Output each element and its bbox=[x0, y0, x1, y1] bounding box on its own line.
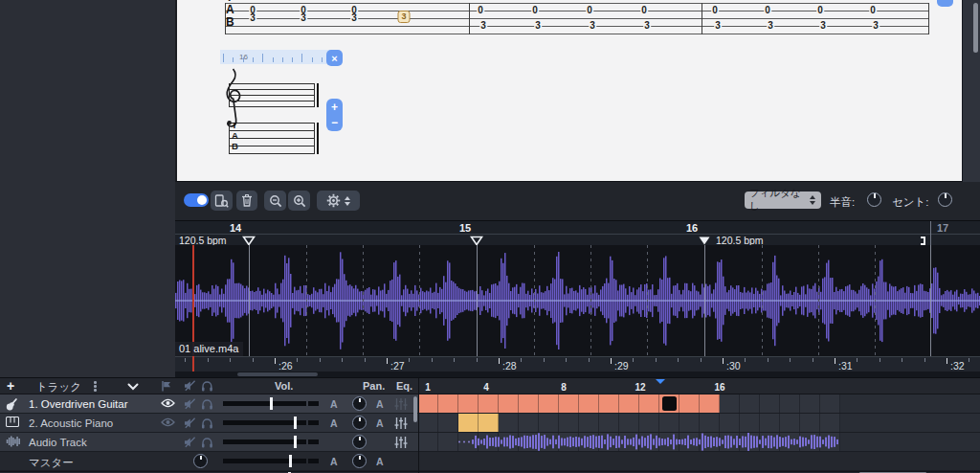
audio-enable-toggle[interactable] bbox=[184, 193, 209, 207]
clip-grid[interactable] bbox=[418, 394, 840, 413]
grid-cell[interactable] bbox=[479, 394, 499, 413]
grid-cell[interactable] bbox=[559, 394, 579, 413]
tab-note[interactable]: 3 bbox=[643, 21, 651, 31]
pan-knob[interactable] bbox=[352, 435, 367, 449]
grid-cell[interactable] bbox=[458, 394, 479, 413]
tab-note[interactable]: 3 bbox=[819, 21, 827, 31]
chevron-down-icon[interactable] bbox=[127, 383, 139, 391]
grid-cell[interactable] bbox=[740, 394, 760, 413]
grid-cell[interactable] bbox=[519, 414, 539, 432]
marker-flag-icon[interactable] bbox=[161, 380, 172, 392]
pan-knob[interactable] bbox=[352, 454, 367, 468]
tab-note[interactable]: 3 bbox=[714, 21, 722, 31]
eq-icon[interactable] bbox=[394, 398, 408, 410]
tab-note[interactable]: 3 bbox=[479, 21, 487, 31]
grid-cell[interactable] bbox=[479, 414, 499, 432]
automation-label[interactable]: A bbox=[330, 398, 338, 410]
tab-note[interactable]: 3 bbox=[249, 13, 256, 23]
clip-grid[interactable] bbox=[418, 433, 840, 451]
measure-ruler[interactable]: 120.5 bpm 141516120.5 bpm17 bbox=[175, 220, 980, 246]
settings-button[interactable] bbox=[317, 191, 360, 211]
plus-button[interactable]: + bbox=[331, 100, 338, 115]
partial-blue-button[interactable] bbox=[937, 0, 953, 7]
volume-handle[interactable] bbox=[294, 436, 297, 448]
grid-cell[interactable] bbox=[579, 414, 599, 432]
grid-cell[interactable] bbox=[659, 414, 679, 432]
automation-label[interactable]: A bbox=[330, 417, 338, 429]
delete-button[interactable] bbox=[236, 191, 257, 211]
headphones-icon[interactable] bbox=[201, 398, 213, 410]
tab-note[interactable]: 0 bbox=[477, 6, 484, 15]
mute-icon[interactable] bbox=[184, 437, 196, 448]
tab-note[interactable]: 0 bbox=[764, 6, 771, 15]
grid-cell[interactable] bbox=[800, 414, 820, 432]
tab-note[interactable]: 0 bbox=[531, 6, 539, 15]
grid-cell[interactable] bbox=[619, 414, 639, 432]
score-preview-button[interactable] bbox=[211, 191, 233, 211]
tracks-scrollbar-thumb[interactable] bbox=[413, 396, 417, 422]
visibility-eye-icon[interactable] bbox=[161, 398, 175, 408]
loop-end-marker-icon[interactable] bbox=[921, 236, 925, 245]
grid-cell[interactable] bbox=[720, 394, 740, 413]
volume-slider[interactable] bbox=[223, 401, 306, 406]
automation-label[interactable]: A bbox=[376, 417, 384, 429]
volume-handle[interactable] bbox=[270, 397, 273, 410]
mini-score-ruler[interactable]: 16 bbox=[220, 50, 339, 64]
visibility-eye-icon[interactable] bbox=[161, 417, 175, 427]
grid-playhead-icon[interactable] bbox=[656, 379, 665, 384]
grid-cell[interactable] bbox=[639, 414, 659, 432]
grid-cell[interactable] bbox=[619, 394, 639, 413]
notation-sheet[interactable]: TAB03030303030303030303033 16 × TAB + − bbox=[175, 0, 964, 182]
waveform[interactable] bbox=[175, 245, 980, 356]
chevron-up-icon[interactable] bbox=[146, 383, 155, 390]
tab-note[interactable]: 3 bbox=[300, 13, 307, 23]
track-name[interactable]: マスター bbox=[29, 456, 74, 470]
wave-hscrollbar-thumb[interactable] bbox=[237, 372, 318, 376]
grid-cell[interactable] bbox=[700, 394, 720, 413]
grid-cell[interactable] bbox=[639, 394, 659, 413]
grid-cell[interactable] bbox=[800, 394, 820, 413]
volume-slider[interactable] bbox=[223, 439, 306, 444]
close-button[interactable]: × bbox=[326, 50, 343, 66]
grid-cell[interactable] bbox=[679, 394, 700, 413]
grid-cell[interactable] bbox=[820, 394, 840, 413]
tab-fragment[interactable]: TAB03030303030303030303033 bbox=[177, 0, 964, 36]
headphones-icon[interactable] bbox=[201, 437, 213, 448]
grid-cell[interactable] bbox=[700, 414, 720, 432]
automation-label[interactable]: A bbox=[376, 398, 384, 410]
grid-cell[interactable] bbox=[438, 414, 458, 432]
add-track-button[interactable]: + bbox=[7, 378, 14, 394]
grid-cell[interactable] bbox=[720, 414, 740, 432]
grid-cell[interactable] bbox=[579, 394, 599, 413]
grid-cell[interactable] bbox=[780, 394, 800, 413]
grid-cell[interactable] bbox=[458, 414, 479, 432]
mute-icon[interactable] bbox=[184, 380, 196, 392]
volume-slider[interactable] bbox=[223, 420, 306, 425]
grid-cell[interactable] bbox=[539, 414, 559, 432]
grid-cell[interactable] bbox=[499, 414, 519, 432]
volume-slider[interactable] bbox=[223, 459, 306, 463]
track-name[interactable]: Audio Track bbox=[29, 437, 87, 448]
grid-cell[interactable] bbox=[679, 414, 700, 432]
automation-label[interactable]: A bbox=[376, 456, 384, 467]
grid-cell[interactable] bbox=[760, 394, 780, 413]
grid-cell[interactable] bbox=[499, 394, 519, 413]
zoom-stepper[interactable]: + − bbox=[326, 99, 343, 131]
tab-note[interactable]: 3 bbox=[350, 13, 358, 23]
pan-knob[interactable] bbox=[352, 396, 367, 411]
selected-tab-note[interactable]: 3 bbox=[397, 11, 410, 23]
grid-cell[interactable] bbox=[418, 394, 438, 413]
tab-note[interactable]: 0 bbox=[586, 6, 593, 15]
zoom-in-button[interactable] bbox=[288, 191, 310, 211]
tab-note[interactable]: 0 bbox=[640, 6, 648, 15]
grid-cell[interactable] bbox=[740, 414, 760, 432]
mute-icon[interactable] bbox=[184, 398, 196, 410]
grid-cell[interactable] bbox=[519, 394, 539, 413]
time-ruler[interactable]: :26:27:28:29:30:31:32 bbox=[175, 356, 980, 372]
eq-icon[interactable] bbox=[394, 417, 408, 429]
audio-clip-waveform[interactable] bbox=[418, 433, 840, 451]
track-row[interactable]: 1. Overdriven GuitarAA bbox=[0, 394, 980, 414]
track-row[interactable]: マスターAA bbox=[0, 452, 980, 471]
minus-button[interactable]: − bbox=[331, 115, 338, 130]
headphones-icon[interactable] bbox=[201, 380, 213, 392]
